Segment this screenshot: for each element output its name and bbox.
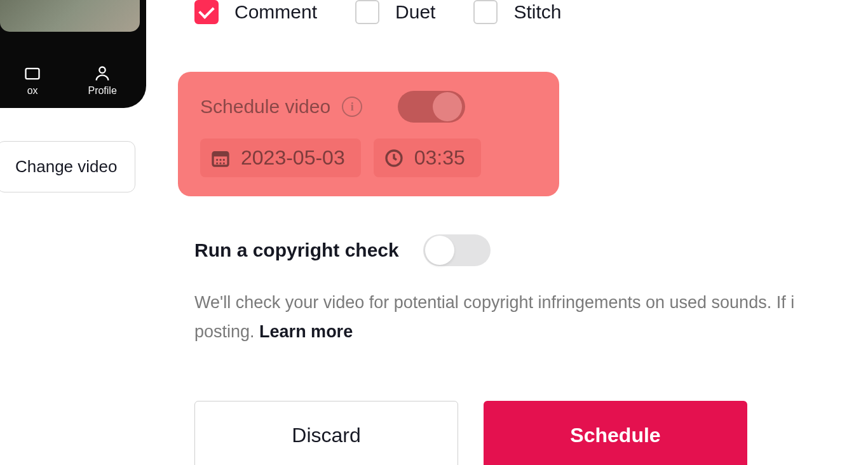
- svg-rect-0: [26, 69, 39, 79]
- duet-label: Duet: [395, 1, 435, 23]
- allow-settings-row: Comment Duet Stitch: [194, 0, 868, 24]
- stitch-checkbox-group: Stitch: [473, 0, 561, 24]
- svg-point-9: [223, 162, 225, 164]
- comment-checkbox[interactable]: [194, 0, 219, 24]
- nav-item-profile[interactable]: Profile: [88, 64, 116, 97]
- schedule-header: Schedule video i: [200, 91, 537, 123]
- svg-point-8: [219, 162, 221, 164]
- copyright-title: Run a copyright check: [194, 239, 399, 261]
- svg-point-5: [219, 159, 221, 161]
- copyright-desc-line1: We'll check your video for potential cop…: [194, 293, 794, 312]
- nav-profile-label: Profile: [88, 85, 116, 97]
- nav-item-inbox[interactable]: ox: [23, 64, 42, 97]
- time-value: 03:35: [414, 146, 465, 170]
- comment-label: Comment: [234, 1, 317, 23]
- date-input[interactable]: 2023-05-03: [200, 138, 361, 177]
- clock-icon: [383, 147, 405, 169]
- copyright-description: We'll check your video for potential cop…: [194, 288, 868, 347]
- svg-point-7: [216, 162, 218, 164]
- copyright-header: Run a copyright check: [194, 234, 868, 266]
- svg-rect-3: [213, 152, 228, 156]
- toggle-knob: [425, 236, 454, 265]
- phone-preview: ox Profile: [0, 0, 146, 108]
- learn-more-link[interactable]: Learn more: [259, 322, 353, 341]
- svg-point-6: [223, 159, 225, 161]
- schedule-inputs: 2023-05-03 03:35: [200, 138, 537, 177]
- stitch-checkbox[interactable]: [473, 0, 498, 24]
- comment-checkbox-group: Comment: [194, 0, 317, 24]
- schedule-video-section: Schedule video i: [178, 72, 559, 196]
- svg-point-1: [99, 67, 105, 73]
- stitch-label: Stitch: [513, 1, 561, 23]
- action-buttons: Discard Schedule: [194, 401, 868, 465]
- copyright-desc-line2: posting.: [194, 322, 255, 341]
- change-video-button[interactable]: Change video: [0, 141, 135, 192]
- schedule-toggle[interactable]: [398, 91, 465, 123]
- time-input[interactable]: 03:35: [374, 138, 481, 177]
- svg-point-4: [216, 159, 218, 161]
- discard-button[interactable]: Discard: [194, 401, 458, 465]
- duet-checkbox-group: Duet: [355, 0, 435, 24]
- toggle-knob: [433, 92, 462, 121]
- copyright-section: Run a copyright check We'll check your v…: [194, 234, 868, 347]
- profile-icon: [93, 64, 112, 83]
- phone-screen-image: [0, 0, 140, 32]
- inbox-icon: [23, 64, 42, 83]
- calendar-icon: [210, 147, 231, 169]
- info-icon[interactable]: i: [342, 97, 362, 117]
- phone-nav: ox Profile: [0, 64, 146, 97]
- copyright-toggle[interactable]: [423, 234, 491, 266]
- schedule-button[interactable]: Schedule: [484, 401, 747, 465]
- nav-inbox-label: ox: [27, 85, 38, 97]
- schedule-title: Schedule video: [200, 96, 330, 118]
- duet-checkbox[interactable]: [355, 0, 379, 24]
- date-value: 2023-05-03: [241, 146, 345, 170]
